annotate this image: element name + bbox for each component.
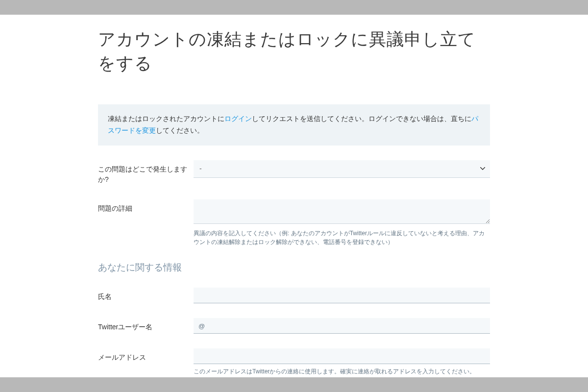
info-text: してリクエストを送信してください。ログインできない場合は、直ちに (252, 115, 471, 122)
info-text: してください。 (156, 126, 204, 134)
login-info-box: 凍結またはロックされたアカウントにログインしてリクエストを送信してください。ログ… (98, 104, 490, 146)
login-link[interactable]: ログイン (224, 115, 252, 122)
email-input[interactable] (194, 348, 490, 364)
where-label: この問題はどこで発生しますか? (98, 160, 194, 185)
bottom-strip (0, 377, 588, 392)
page-title: アカウントの凍結またはロックに異議申し立てをする (98, 27, 490, 75)
about-you-heading: あなたに関する情報 (98, 261, 490, 274)
details-help-text: 異議の内容を記入してください（例: あなたのアカウントがTwitterルールに違… (194, 229, 490, 246)
details-textarea[interactable] (194, 199, 490, 224)
username-prefix: @ (198, 322, 205, 329)
email-label: メールアドレス (98, 348, 194, 376)
details-label: 問題の詳細 (98, 199, 194, 246)
email-help-text: このメールアドレスはTwitterからの連絡に使用します。確実に連絡が取れるアド… (194, 367, 490, 376)
username-label: Twitterユーザー名 (98, 318, 194, 334)
name-label: 氏名 (98, 288, 194, 303)
username-input[interactable] (194, 318, 490, 334)
where-select[interactable]: - (194, 160, 490, 178)
info-text: 凍結またはロックされたアカウントに (108, 115, 224, 122)
name-input[interactable] (194, 288, 490, 303)
